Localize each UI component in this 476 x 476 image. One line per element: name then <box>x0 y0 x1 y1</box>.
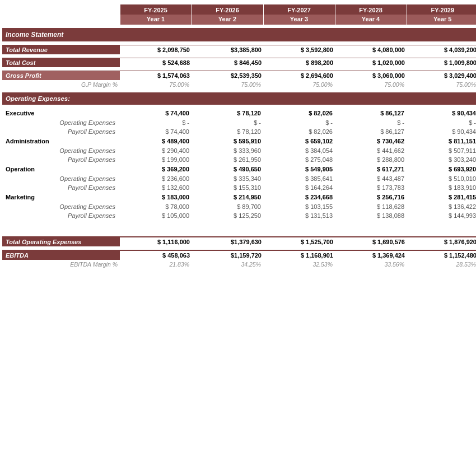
marketing-opex-y5: $ 136,422 <box>407 202 476 211</box>
admin-opex-y1: $ 290,400 <box>120 146 192 155</box>
ebitda-margin-y2: 34.25% <box>192 260 263 269</box>
header-year-1: Year 1 <box>120 15 192 25</box>
total-opex-row: Total Operating Expenses $ 1,116,000 $1,… <box>2 237 476 246</box>
total-revenue-y3: $ 3,592,800 <box>263 45 335 55</box>
header-fy-2: FY-2026 <box>192 4 263 15</box>
ebitda-row: EBITDA $ 458,063 $1,159,720 $ 1,168,901 … <box>2 250 476 260</box>
admin-payroll-y3: $ 275,048 <box>263 155 335 164</box>
operation-y5: $ 693,920 <box>407 164 476 174</box>
marketing-opex-y2: $ 89,700 <box>192 202 263 211</box>
ebitda-y3: $ 1,168,901 <box>263 250 335 260</box>
marketing-y5: $ 281,415 <box>407 192 476 202</box>
gross-profit-y1: $ 1,574,063 <box>120 71 192 81</box>
header-empty-year <box>2 15 120 25</box>
total-opex-y3: $ 1,525,700 <box>263 237 335 246</box>
operation-opex-y5: $ 510,010 <box>407 174 476 183</box>
total-cost-row: Total Cost $ 524,688 $ 846,450 $ 898,200… <box>2 58 476 68</box>
marketing-y4: $ 256,716 <box>335 192 407 202</box>
total-opex-label: Total Operating Expenses <box>2 237 120 246</box>
operation-label: Operation <box>2 164 120 174</box>
financial-table: FY-2025 FY-2026 FY-2027 FY-2028 FY-2029 … <box>0 0 476 273</box>
operation-payroll-label: Payroll Expenses <box>2 183 120 192</box>
total-revenue-y1: $ 2,098,750 <box>120 45 192 55</box>
admin-payroll-y5: $ 303,240 <box>407 155 476 164</box>
operation-payroll-row: Payroll Expenses $ 132,600 $ 155,310 $ 1… <box>2 183 476 192</box>
marketing-y1: $ 183,000 <box>120 192 192 202</box>
op-expenses-label: Operating Expenses: <box>2 92 476 105</box>
header-year-5: Year 5 <box>407 15 476 25</box>
operation-opex-y2: $ 335,340 <box>192 174 263 183</box>
admin-payroll-label: Payroll Expenses <box>2 155 120 164</box>
executive-opex-y4: $ - <box>335 118 407 127</box>
executive-payroll-y4: $ 86,127 <box>335 127 407 136</box>
gross-profit-label: Gross Profit <box>2 71 120 81</box>
total-revenue-label: Total Revenue <box>2 45 120 55</box>
admin-payroll-row: Payroll Expenses $ 199,000 $ 261,950 $ 2… <box>2 155 476 164</box>
executive-opex-label: Operating Expenses <box>2 118 120 127</box>
admin-opex-y2: $ 333,960 <box>192 146 263 155</box>
executive-payroll-label: Payroll Expenses <box>2 127 120 136</box>
marketing-payroll-y5: $ 144,993 <box>407 211 476 220</box>
admin-payroll-y4: $ 288,800 <box>335 155 407 164</box>
executive-opex-row: Operating Expenses $ - $ - $ - $ - $ - <box>2 118 476 127</box>
header-fy-1: FY-2025 <box>120 4 192 15</box>
total-cost-y1: $ 524,688 <box>120 58 192 68</box>
gp-margin-y1: 75.00% <box>120 80 192 89</box>
ebitda-margin-y4: 33.56% <box>335 260 407 269</box>
gross-profit-y5: $ 3,029,400 <box>407 71 476 81</box>
admin-opex-label: Operating Expenses <box>2 146 120 155</box>
total-opex-y2: $1,379,630 <box>192 237 263 246</box>
gp-margin-y3: 75.00% <box>263 80 335 89</box>
header-year-2: Year 2 <box>192 15 263 25</box>
administration-y4: $ 730,462 <box>335 136 407 146</box>
executive-payroll-row: Payroll Expenses $ 74,400 $ 78,120 $ 82,… <box>2 127 476 136</box>
operation-y1: $ 369,200 <box>120 164 192 174</box>
marketing-label: Marketing <box>2 192 120 202</box>
marketing-payroll-y4: $ 138,088 <box>335 211 407 220</box>
ebitda-margin-row: EBITDA Margin % 21.83% 34.25% 32.53% 33.… <box>2 260 476 269</box>
administration-y5: $ 811,151 <box>407 136 476 146</box>
operation-y4: $ 617,271 <box>335 164 407 174</box>
executive-opex-y2: $ - <box>192 118 263 127</box>
total-cost-y3: $ 898,200 <box>263 58 335 68</box>
marketing-y3: $ 234,668 <box>263 192 335 202</box>
operation-opex-y3: $ 385,641 <box>263 174 335 183</box>
income-statement-label: Income Statement <box>2 28 476 41</box>
total-opex-y1: $ 1,116,000 <box>120 237 192 246</box>
marketing-payroll-row: Payroll Expenses $ 105,000 $ 125,250 $ 1… <box>2 211 476 220</box>
admin-payroll-y1: $ 199,000 <box>120 155 192 164</box>
executive-row: Executive $ 74,400 $ 78,120 $ 82,026 $ 8… <box>2 108 476 118</box>
total-revenue-y4: $ 4,080,000 <box>335 45 407 55</box>
executive-y1: $ 74,400 <box>120 108 192 118</box>
marketing-opex-y1: $ 78,000 <box>120 202 192 211</box>
ebitda-y2: $1,159,720 <box>192 250 263 260</box>
operation-opex-y1: $ 236,600 <box>120 174 192 183</box>
admin-opex-y4: $ 441,662 <box>335 146 407 155</box>
total-cost-y2: $ 846,450 <box>192 58 263 68</box>
income-statement-header: Income Statement <box>2 28 476 41</box>
operation-payroll-y4: $ 173,783 <box>335 183 407 192</box>
spacer-8 <box>2 246 476 250</box>
administration-y2: $ 595,910 <box>192 136 263 146</box>
administration-row: Administration $ 489,400 $ 595,910 $ 659… <box>2 136 476 146</box>
marketing-y2: $ 214,950 <box>192 192 263 202</box>
operation-y3: $ 549,905 <box>263 164 335 174</box>
gp-margin-label: G.P Margin % <box>2 80 120 89</box>
admin-opex-y5: $ 507,911 <box>407 146 476 155</box>
ebitda-y1: $ 458,063 <box>120 250 192 260</box>
header-fy-3: FY-2027 <box>263 4 335 15</box>
executive-y5: $ 90,434 <box>407 108 476 118</box>
marketing-payroll-y2: $ 125,250 <box>192 211 263 220</box>
total-cost-label: Total Cost <box>2 58 120 68</box>
gp-margin-y2: 75.00% <box>192 80 263 89</box>
administration-y3: $ 659,102 <box>263 136 335 146</box>
executive-label: Executive <box>2 108 120 118</box>
total-opex-y5: $ 1,876,920 <box>407 237 476 246</box>
marketing-payroll-y1: $ 105,000 <box>120 211 192 220</box>
operation-opex-row: Operating Expenses $ 236,600 $ 335,340 $… <box>2 174 476 183</box>
gross-profit-y4: $ 3,060,000 <box>335 71 407 81</box>
administration-label: Administration <box>2 136 120 146</box>
header-fy-4: FY-2028 <box>335 4 407 15</box>
marketing-payroll-label: Payroll Expenses <box>2 211 120 220</box>
marketing-payroll-y3: $ 131,513 <box>263 211 335 220</box>
